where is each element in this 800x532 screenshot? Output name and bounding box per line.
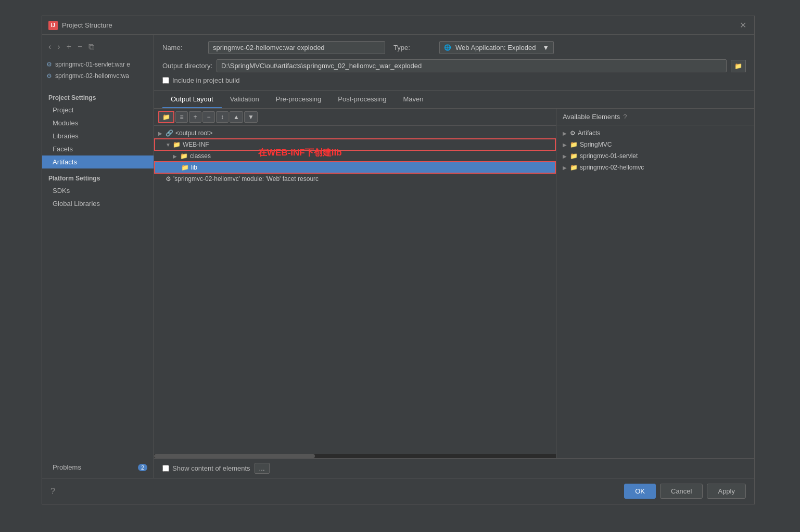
arrow-avail-02: ▶ [563, 165, 568, 171]
close-button[interactable]: ✕ [738, 20, 748, 31]
tree-panel: 📁 ≡ + − ↕ ▲ ▼ ▶ 🔗 <output root> [154, 109, 556, 458]
tree-node-web-inf[interactable]: ▼ 📁 WEB-INF [154, 138, 556, 151]
type-select[interactable]: 🌐 Web Application: Exploded ▼ [439, 41, 554, 54]
sidebar-item-libraries[interactable]: Libraries [42, 129, 154, 142]
output-dir-input[interactable] [217, 59, 727, 72]
forward-button[interactable]: › [55, 41, 62, 53]
name-input[interactable] [208, 41, 385, 54]
folder-icon-web-inf: 📁 [173, 141, 181, 148]
classes-label: classes [190, 152, 211, 160]
web-inf-label: WEB-INF [183, 141, 209, 148]
output-root-label: <output root> [175, 129, 212, 137]
tab-pre-processing[interactable]: Pre-processing [268, 91, 329, 108]
avail-node-springmvc-01[interactable]: ▶ 📁 springmvc-01-servlet [556, 150, 754, 162]
sidebar-item-sdks[interactable]: SDKs [42, 184, 154, 197]
project-settings-header: Project Settings [42, 90, 154, 103]
apply-button[interactable]: Apply [707, 484, 746, 499]
gear-icon-servlet: ⚙ [46, 61, 52, 68]
sort-button[interactable]: ↕ [216, 111, 228, 123]
sidebar-item-artifacts[interactable]: Artifacts [42, 155, 154, 168]
lib-label: lib [191, 164, 197, 171]
avail-springmvc-label: SpringMVC [580, 141, 612, 148]
tab-post-processing[interactable]: Post-processing [329, 91, 395, 108]
add-module-button[interactable]: + [65, 41, 73, 53]
add-folder-button[interactable]: 📁 [158, 111, 174, 123]
bottom-bar: Show content of elements ... [154, 458, 754, 478]
problems-item[interactable]: Problems 2 [42, 461, 154, 474]
list-view-button[interactable]: ≡ [175, 111, 188, 123]
avail-node-springmvc-02[interactable]: ▶ 📁 springmvc-02-hellomvc [556, 162, 754, 173]
ok-button[interactable]: OK [624, 484, 656, 499]
avail-springmvc-icon: 📁 [570, 141, 578, 148]
tree-toolbar: 📁 ≡ + − ↕ ▲ ▼ [154, 109, 556, 126]
problems-label: Problems [53, 463, 81, 471]
content-area: 📁 ≡ + − ↕ ▲ ▼ ▶ 🔗 <output root> [154, 109, 754, 458]
back-button[interactable]: ‹ [46, 41, 53, 53]
dialog-body: ‹ › + − ⧉ ⚙ springmvc-01-servlet:war e ⚙… [42, 35, 754, 478]
add-item-button[interactable]: + [189, 111, 201, 123]
arrow-web-inf: ▼ [166, 142, 171, 148]
include-in-build-checkbox[interactable] [162, 77, 169, 84]
sidebar-item-modules[interactable]: Modules [42, 116, 154, 129]
sidebar: ‹ › + − ⧉ ⚙ springmvc-01-servlet:war e ⚙… [42, 35, 154, 478]
arrow-output-root: ▶ [158, 131, 163, 136]
sidebar-item-project[interactable]: Project [42, 103, 154, 116]
sidebar-item-global-libraries[interactable]: Global Libraries [42, 197, 154, 210]
dots-button[interactable]: ... [255, 463, 270, 474]
remove-item-button[interactable]: − [202, 111, 215, 123]
avail-node-artifacts[interactable]: ▶ ⚙ Artifacts [556, 127, 754, 139]
arrow-avail-springmvc: ▶ [563, 142, 568, 148]
tree-node-output-root[interactable]: ▶ 🔗 <output root> [154, 128, 556, 138]
available-panel: Available Elements ? ▶ ⚙ Artifacts ▶ 📁 S [556, 109, 754, 458]
avail-02-label: springmvc-02-hellomvc [580, 164, 644, 171]
artifact-item-hellomvc[interactable]: ⚙ springmvc-02-hellomvc:wa [42, 70, 154, 82]
tree-content: ▶ 🔗 <output root> ▼ 📁 WEB-INF ▶ [154, 126, 556, 458]
web-app-icon: 🌐 [444, 44, 451, 51]
folder-icon-lib: 📁 [181, 164, 189, 171]
arrow-avail-artifacts: ▶ [563, 131, 568, 136]
dialog-title: Project Structure [62, 21, 112, 29]
show-content-checkbox[interactable] [162, 465, 169, 472]
move-down-button[interactable]: ▼ [244, 111, 258, 123]
browse-button[interactable]: 📁 [731, 60, 746, 72]
type-dropdown-arrow: ▼ [542, 44, 549, 51]
output-dir-label: Output directory: [162, 62, 212, 70]
tab-validation[interactable]: Validation [222, 91, 268, 108]
artifact-item-servlet[interactable]: ⚙ springmvc-01-servlet:war e [42, 59, 154, 70]
artifact-item-label: springmvc-01-servlet:war e [55, 61, 130, 68]
avail-01-label: springmvc-01-servlet [580, 152, 638, 160]
avail-node-springmvc[interactable]: ▶ 📁 SpringMVC [556, 139, 754, 150]
content-header: Name: Type: 🌐 Web Application: Exploded … [154, 35, 754, 91]
artifact-item-label-2: springmvc-02-hellomvc:wa [55, 72, 129, 80]
sidebar-item-facets[interactable]: Facets [42, 142, 154, 155]
copy-button[interactable]: ⧉ [86, 41, 96, 53]
artifacts-list: ⚙ springmvc-01-servlet:war e ⚙ springmvc… [42, 57, 154, 84]
available-tree: ▶ ⚙ Artifacts ▶ 📁 SpringMVC ▶ 📁 [556, 125, 754, 458]
help-button[interactable]: ? [50, 487, 55, 496]
move-up-button[interactable]: ▲ [230, 111, 243, 123]
type-value: Web Application: Exploded [455, 44, 536, 51]
dialog-footer: ? OK Cancel Apply [42, 478, 754, 504]
avail-artifacts-icon: ⚙ [570, 129, 576, 137]
tab-maven[interactable]: Maven [395, 91, 431, 108]
cancel-button[interactable]: Cancel [660, 484, 703, 499]
output-root-icon: 🔗 [166, 129, 173, 137]
folder-icon-classes: 📁 [180, 152, 188, 160]
tabs-bar: Output Layout Validation Pre-processing … [154, 91, 754, 109]
main-content: Name: Type: 🌐 Web Application: Exploded … [154, 35, 754, 478]
avail-01-icon: 📁 [570, 152, 578, 160]
tab-output-layout[interactable]: Output Layout [162, 91, 222, 108]
title-bar: IJ Project Structure ✕ [42, 16, 754, 35]
gear-icon-hellomvc: ⚙ [46, 72, 52, 80]
app-icon: IJ [48, 21, 58, 30]
module-entry-icon: ⚙ [166, 175, 171, 183]
include-in-build-label: Include in project build [172, 76, 239, 84]
remove-module-button[interactable]: − [75, 41, 84, 53]
tree-node-classes[interactable]: ▶ 📁 classes [154, 151, 556, 161]
arrow-avail-01: ▶ [563, 153, 568, 159]
platform-settings-header: Platform Settings [42, 168, 154, 184]
tree-node-module-entry[interactable]: ⚙ 'springmvc-02-hellomvc' module: 'Web' … [154, 174, 556, 184]
tree-node-lib[interactable]: 📁 lib [154, 161, 556, 174]
available-elements-help-icon[interactable]: ? [623, 113, 627, 121]
type-label: Type: [393, 44, 435, 51]
